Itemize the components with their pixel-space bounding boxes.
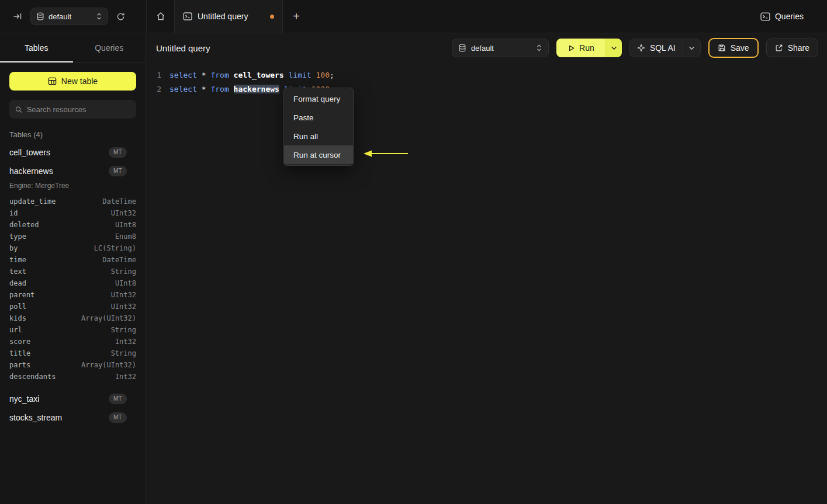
save-label: Save bbox=[731, 43, 749, 53]
database-icon bbox=[458, 44, 466, 52]
column-row: byLC(String) bbox=[9, 242, 136, 254]
column-type: LC(String) bbox=[94, 244, 136, 252]
sql-ai-label: SQL AI bbox=[650, 43, 676, 53]
column-type: DateTime bbox=[102, 197, 136, 206]
table-row-hackernews[interactable]: hackernews MT bbox=[9, 162, 136, 180]
column-name: descendants bbox=[9, 373, 56, 381]
engine-badge: MT bbox=[109, 394, 127, 404]
column-row: deletedUInt8 bbox=[9, 219, 136, 231]
query-tab-icon bbox=[183, 12, 192, 20]
chevron-updown-icon bbox=[536, 44, 542, 51]
new-tab-button[interactable]: + bbox=[283, 0, 310, 33]
column-name: id bbox=[9, 209, 18, 217]
column-name: kids bbox=[9, 314, 26, 322]
unsaved-changes-dot bbox=[270, 15, 274, 19]
column-row: timeDateTime bbox=[9, 254, 136, 266]
context-menu-item[interactable]: Run all bbox=[284, 127, 353, 145]
search-box bbox=[9, 100, 136, 119]
header-database-selector[interactable]: default bbox=[452, 39, 549, 57]
column-type: String bbox=[111, 326, 136, 334]
topbar: default Untitled query + Queries bbox=[0, 0, 827, 33]
sidebar-tabs: Tables Queries bbox=[0, 33, 146, 62]
share-button[interactable]: Share bbox=[766, 39, 818, 57]
new-table-button[interactable]: New table bbox=[9, 72, 136, 91]
annotation-arrow bbox=[361, 148, 414, 159]
search-input[interactable] bbox=[27, 105, 130, 114]
tab-untitled-query[interactable]: Untitled query bbox=[174, 0, 283, 33]
save-button[interactable]: Save bbox=[708, 38, 759, 58]
column-row: kidsArray(UInt32) bbox=[9, 312, 136, 324]
sql-ai-options-button[interactable] bbox=[683, 39, 700, 57]
column-row: idUInt32 bbox=[9, 207, 136, 219]
header-database-label: default bbox=[471, 44, 531, 53]
topbar-database-label: default bbox=[49, 12, 92, 21]
engine-badge: MT bbox=[109, 147, 127, 158]
table-name: cell_towers bbox=[9, 148, 50, 157]
table-name: hackernews bbox=[9, 166, 53, 176]
column-row: typeEnum8 bbox=[9, 231, 136, 242]
refresh-button[interactable] bbox=[116, 12, 125, 21]
collapse-sidebar-button[interactable] bbox=[13, 12, 22, 21]
database-icon bbox=[36, 12, 44, 20]
table-list: cell_towers MT hackernews MT Engine: Mer… bbox=[9, 143, 136, 427]
column-list: update_timeDateTimeidUInt32deletedUInt8t… bbox=[9, 196, 136, 383]
run-options-button[interactable] bbox=[605, 39, 622, 57]
column-type: UInt32 bbox=[111, 209, 136, 217]
column-name: parent bbox=[9, 291, 34, 299]
engine-badge: MT bbox=[109, 166, 127, 176]
line-number: 2 bbox=[146, 85, 161, 93]
column-type: Int32 bbox=[115, 373, 136, 381]
run-label: Run bbox=[579, 43, 594, 53]
column-name: parts bbox=[9, 361, 30, 369]
column-name: by bbox=[9, 244, 18, 252]
column-row: update_timeDateTime bbox=[9, 196, 136, 207]
new-table-label: New table bbox=[61, 77, 98, 86]
context-menu-item[interactable]: Format query bbox=[284, 89, 353, 108]
query-header: Untitled query default Run bbox=[146, 33, 827, 62]
chevron-down-icon bbox=[688, 46, 695, 50]
sidebar-tab-queries[interactable]: Queries bbox=[73, 33, 146, 62]
editor-lines: 1select * from cell_towers limit 100;2se… bbox=[146, 68, 827, 96]
code-text: select * from cell_towers limit 100; bbox=[169, 71, 334, 79]
column-name: title bbox=[9, 349, 30, 357]
context-menu-item[interactable]: Run at cursor bbox=[284, 145, 353, 164]
code-line[interactable]: 2select * from hackernews limit 1000 bbox=[146, 82, 827, 96]
table-row-nyc-taxi[interactable]: nyc_taxi MT bbox=[9, 390, 136, 408]
sql-editor[interactable]: 1select * from cell_towers limit 100;2se… bbox=[146, 62, 827, 504]
collapse-sidebar-icon bbox=[13, 12, 22, 21]
home-button[interactable] bbox=[147, 0, 174, 33]
tab-strip: Untitled query + bbox=[146, 0, 310, 33]
column-row: scoreInt32 bbox=[9, 336, 136, 347]
column-row: urlString bbox=[9, 324, 136, 336]
topbar-database-selector[interactable]: default bbox=[30, 8, 108, 25]
share-label: Share bbox=[788, 43, 809, 53]
context-menu-item[interactable]: Paste bbox=[284, 108, 353, 127]
table-row-stocks-stream[interactable]: stocks_stream MT bbox=[9, 408, 136, 427]
share-icon bbox=[775, 44, 783, 52]
column-type: String bbox=[111, 267, 136, 276]
queries-icon bbox=[760, 12, 770, 21]
column-type: UInt32 bbox=[111, 291, 136, 299]
column-row: descendantsInt32 bbox=[9, 371, 136, 383]
table-name: stocks_stream bbox=[9, 413, 62, 422]
sparkle-icon bbox=[637, 44, 645, 52]
sql-ai-button[interactable]: SQL AI bbox=[630, 39, 683, 57]
column-name: time bbox=[9, 256, 26, 264]
run-button[interactable]: Run bbox=[556, 39, 605, 57]
run-button-group: Run bbox=[556, 39, 622, 57]
sidebar-tab-tables[interactable]: Tables bbox=[0, 33, 73, 62]
column-type: Int32 bbox=[115, 338, 136, 346]
column-row: deadUInt8 bbox=[9, 277, 136, 289]
column-name: url bbox=[9, 326, 22, 334]
code-line[interactable]: 1select * from cell_towers limit 100; bbox=[146, 68, 827, 82]
refresh-icon bbox=[116, 12, 125, 21]
column-row: pollUInt32 bbox=[9, 301, 136, 312]
queries-button[interactable]: Queries bbox=[760, 12, 804, 21]
save-icon bbox=[718, 44, 726, 52]
table-grid-icon bbox=[48, 77, 57, 85]
table-row-cell-towers[interactable]: cell_towers MT bbox=[9, 143, 136, 162]
queries-label: Queries bbox=[775, 12, 804, 21]
header-controls: default Run SQL AI bbox=[452, 38, 818, 58]
column-row: titleString bbox=[9, 347, 136, 359]
sql-ai-button-group: SQL AI bbox=[629, 39, 701, 57]
